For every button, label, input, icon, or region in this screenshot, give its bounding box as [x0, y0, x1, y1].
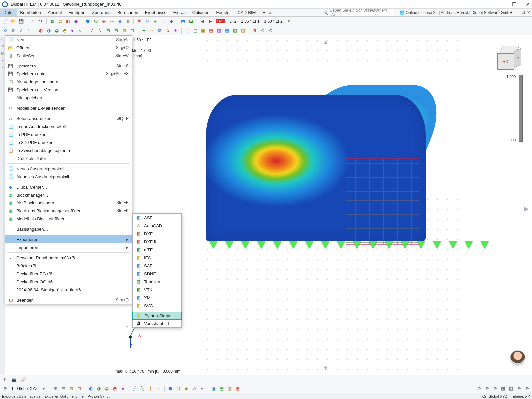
toolbar-icon[interactable]: 💾	[17, 18, 25, 25]
toolbar-icon[interactable]: ✪	[156, 27, 163, 34]
toolbar-icon[interactable]: ▶	[207, 18, 214, 25]
toolbar-icon[interactable]: ✖	[251, 27, 258, 34]
toolbar-icon[interactable]: ▥	[124, 18, 131, 25]
file-menu-item[interactable]: Exportieren▶	[5, 235, 132, 243]
file-menu-item[interactable]: 📃Neues Ausdruckprotokoll	[5, 165, 132, 173]
export-option-autocad[interactable]: AAutoCAD	[133, 222, 181, 230]
toolbar-icon[interactable]: ⊠	[120, 27, 128, 34]
toolbar-icon[interactable]: ●	[69, 27, 76, 34]
toolbar-icon[interactable]: ◉	[100, 18, 107, 25]
toolbar-icon[interactable]: ◆	[168, 18, 175, 25]
file-menu-item[interactable]: 💾Speichern unter…Strg+Shift+S	[5, 70, 132, 78]
toolbar-icon[interactable]: ▦	[499, 385, 507, 392]
file-menu-item[interactable]: 💾SpeichernStrg+S	[5, 62, 132, 70]
toolbar-icon[interactable]: ▦	[234, 385, 241, 392]
toolbar-icon[interactable]: ◧	[65, 18, 72, 25]
file-menu-item[interactable]: Importieren▶	[5, 243, 132, 251]
toolbar-icon[interactable]: ✬	[172, 27, 179, 34]
toolbar-icon[interactable]: ⟲	[1, 27, 9, 34]
export-option-vtk[interactable]: ◧VTK	[133, 286, 181, 294]
toolbar-icon[interactable]: ⬢	[84, 18, 91, 25]
toolbar-icon[interactable]: ⊟	[60, 385, 67, 392]
tab-camera-icon[interactable]: 📷	[9, 377, 19, 382]
toolbar-icon[interactable]: ╲	[96, 27, 104, 34]
file-menu-item[interactable]: Basisangaben…	[5, 225, 132, 233]
toolbar-icon[interactable]: ▦	[223, 27, 231, 34]
nav-arrow-icon[interactable]: ▼	[323, 365, 329, 372]
tab-graph-icon[interactable]: 📈	[19, 377, 28, 382]
user-avatar[interactable]	[510, 350, 525, 366]
toolbar-icon[interactable]: 📄	[1, 18, 9, 25]
toolbar-icon[interactable]: ▥	[215, 27, 223, 34]
toolbar-icon[interactable]: ◐	[37, 27, 44, 34]
toolbar-icon[interactable]: ◓	[61, 27, 68, 34]
toolbar-icon[interactable]: ⚐	[144, 18, 151, 25]
toolbar-icon[interactable]: ▧	[231, 27, 239, 34]
file-menu-item[interactable]: Decke über OG.rf6	[5, 278, 132, 286]
export-option-tabellen[interactable]: ▦Tabellen	[133, 278, 181, 286]
toolbar-icon[interactable]: ▦	[49, 18, 56, 25]
file-menu-item[interactable]: 2024-06-04_Stahlgerüst_fertig.rf6	[5, 286, 132, 294]
side-strip-item[interactable]: N	[1, 44, 4, 48]
export-option-xml[interactable]: ◧XML	[133, 294, 181, 302]
window-minimize-button[interactable]: —	[498, 1, 503, 7]
file-menu[interactable]: 📄Neu…Strg+N📂Öffnen…Strg+O🗑SchließenStrg+…	[5, 35, 132, 304]
menu-item-optionen[interactable]: Optionen	[189, 9, 213, 16]
file-menu-item[interactable]: Brücke.rf6	[5, 262, 132, 270]
menu-item-cad-bim[interactable]: CAD-BIM	[234, 9, 259, 16]
menu-item-berechnen[interactable]: Berechnen	[114, 9, 142, 16]
toolbar-icon[interactable]: ⤡	[25, 27, 33, 34]
toolbar-icon[interactable]: ▧	[507, 385, 515, 392]
export-submenu[interactable]: ◧ASFAAutoCAD◧DXF◧DXF II◧glTF◧IFC◧SAF◧SDN…	[132, 213, 182, 328]
toolbar-icon[interactable]: ⊞	[104, 27, 112, 34]
toolbar-icon[interactable]: ⟳	[9, 27, 17, 34]
toolbar-icon[interactable]: ◆	[183, 385, 190, 392]
mdi-minimize-button[interactable]: –	[518, 11, 520, 15]
file-menu-item[interactable]: 📃In das Ausdrucksprotokoll	[5, 122, 132, 130]
menu-item-fenster[interactable]: Fenster	[213, 9, 234, 16]
export-option-ifc[interactable]: ◧IFC	[133, 254, 181, 262]
toolbar-icon[interactable]: ✦	[140, 27, 147, 34]
toolbar-icon[interactable]: ▣	[116, 18, 123, 25]
toolbar-icon[interactable]: ▢	[192, 27, 199, 34]
navigation-cube[interactable]: -Y +X	[497, 46, 521, 70]
file-menu-item[interactable]: ⏻BeendenStrg+Q	[5, 296, 132, 304]
export-option-dxf-ii[interactable]: ◧DXF II	[133, 238, 181, 246]
toolbar-icon[interactable]: ⊚	[483, 385, 491, 392]
toolbar-icon[interactable]: ◇	[191, 385, 198, 392]
file-menu-item[interactable]: 📋Als Vorlage speichern…	[5, 78, 132, 86]
file-menu-item[interactable]: Decke über EG.rf6	[5, 270, 132, 278]
file-menu-item[interactable]: 📂Öffnen…Strg+O	[5, 44, 132, 52]
toolbar-icon[interactable]: ─	[155, 385, 162, 392]
file-menu-item[interactable]: ▦Block aus Blockmanager einfügen…Strg+K	[5, 207, 132, 215]
toolbar-icon[interactable]: ◐	[87, 385, 95, 392]
toolbar-icon[interactable]: ⊡	[76, 385, 83, 392]
mdi-restore-button[interactable]: ❐	[522, 10, 525, 15]
menu-item-hilfe[interactable]: Hilfe	[259, 9, 274, 16]
toolbar-icon[interactable]: ╲	[139, 385, 146, 392]
toolbar-icon[interactable]: ⬢	[167, 385, 174, 392]
nav-arrow-icon[interactable]: ▲	[323, 39, 329, 46]
file-menu-item[interactable]: ▦Als Block speichern…Strg+B	[5, 199, 132, 207]
menu-item-ansicht[interactable]: Ansicht	[44, 9, 65, 16]
menu-item-datei[interactable]: Datei	[0, 9, 17, 16]
file-menu-item[interactable]: Alle speichern	[5, 94, 132, 102]
file-menu-item[interactable]: 📃Aktuelles Ausdruckprotokoll	[5, 173, 132, 181]
export-option-gltf[interactable]: ◧glTF	[133, 246, 181, 254]
side-strip-item[interactable]: ›	[2, 58, 3, 62]
toolbar-icon[interactable]: ◎	[108, 18, 115, 25]
export-option-dxf[interactable]: ◧DXF	[133, 230, 181, 238]
toolbar-icon[interactable]: ⊘	[259, 27, 266, 34]
export-option-vorschaubild[interactable]: 🖼Vorschaubild	[133, 319, 181, 327]
toolbar-icon[interactable]: ⬡	[175, 385, 182, 392]
file-menu-item[interactable]: 📋In Zwischenablage kopieren	[5, 146, 132, 154]
toolbar-icon[interactable]: ⊡	[128, 27, 136, 34]
toolbar-icon[interactable]: ⊙	[475, 385, 483, 392]
toolbar-icon[interactable]: ⊖	[523, 385, 531, 392]
window-maximize-button[interactable]: ☐	[512, 1, 516, 7]
toolbar-icon[interactable]: ○	[77, 27, 84, 34]
toolbar-icon[interactable]: ◑	[45, 27, 52, 34]
menu-item-einfügen[interactable]: Einfügen	[65, 9, 89, 16]
toolbar-icon[interactable]: ⊛	[491, 385, 499, 392]
toolbar-icon[interactable]: ▨	[239, 27, 247, 34]
